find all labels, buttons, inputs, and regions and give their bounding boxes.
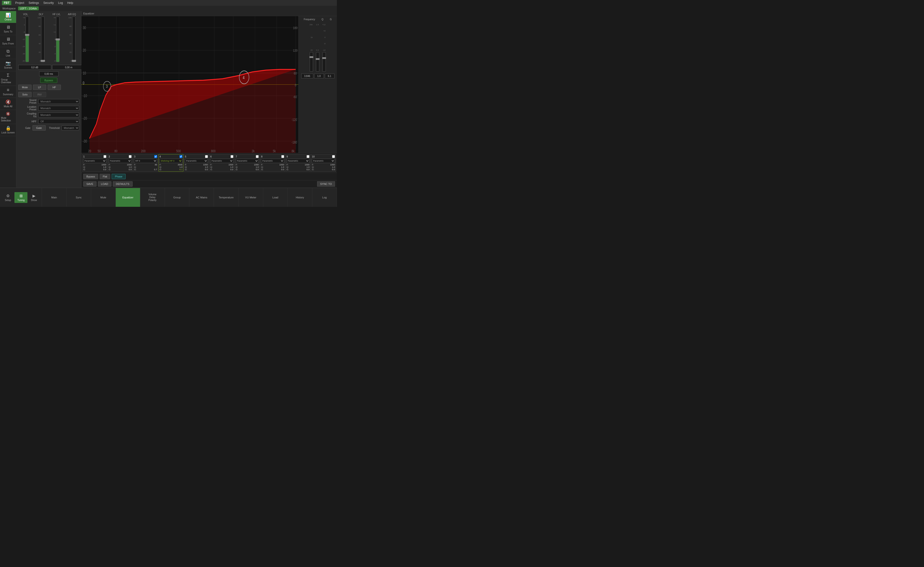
vol-thumb[interactable] bbox=[25, 34, 29, 36]
menu-security[interactable]: Security bbox=[41, 1, 56, 5]
setup-tab-btn[interactable]: ⚙ Setup bbox=[2, 192, 14, 203]
band-8-type[interactable]: Parametric bbox=[261, 159, 284, 163]
save-button[interactable]: SAVE bbox=[83, 181, 96, 187]
dly-thumb[interactable] bbox=[41, 60, 45, 62]
defaults-button[interactable]: DEFAULTS bbox=[113, 181, 132, 187]
threshold-select[interactable]: Mismatch bbox=[62, 126, 79, 130]
sidebar-item-mute-all[interactable]: 🔇 Mute All bbox=[0, 98, 16, 110]
sidebar-item-mute-selection[interactable]: 🔇 Mute Selection bbox=[0, 110, 16, 124]
svg-text:80: 80 bbox=[114, 149, 118, 153]
band-10-checkbox[interactable] bbox=[332, 155, 335, 158]
band-4-type[interactable]: Shelving HP II bbox=[159, 159, 183, 163]
band-5-checkbox[interactable] bbox=[205, 155, 208, 158]
nav-tab-history[interactable]: History bbox=[288, 188, 313, 207]
band-9-type[interactable]: Parametric bbox=[287, 159, 310, 163]
nav-tab-mute[interactable]: Mute bbox=[91, 188, 116, 207]
mute-button[interactable]: Mute bbox=[18, 85, 32, 90]
q-value-input[interactable] bbox=[314, 74, 324, 78]
load-button[interactable]: LOAD bbox=[98, 181, 111, 187]
delay-ms-input[interactable] bbox=[39, 71, 59, 76]
vol-value-input[interactable] bbox=[18, 65, 51, 70]
coupling-eq-select[interactable]: Mismatch bbox=[38, 112, 79, 117]
nav-tab-sync[interactable]: Sync bbox=[67, 188, 91, 207]
nav-tab-vu-meter[interactable]: VU Meter bbox=[239, 188, 263, 207]
sidebar-item-live[interactable]: ⧉ Live bbox=[0, 47, 16, 59]
hf-lvl-thumb[interactable] bbox=[56, 39, 60, 40]
menu-help[interactable]: Help bbox=[65, 1, 75, 5]
sidebar-item-sync-from[interactable]: 🖥 Sync From bbox=[0, 35, 16, 47]
sidebar-item-summary[interactable]: ≡ Summary bbox=[0, 86, 16, 98]
right-sliders-row: 20k1k20 1.50.3 bbox=[300, 24, 335, 72]
tuning-tab-btn[interactable]: ⊞ Tuning bbox=[14, 192, 27, 203]
nav-tab-group[interactable]: Group bbox=[165, 188, 189, 207]
band-6-checkbox[interactable] bbox=[230, 155, 233, 158]
bypass-button[interactable]: Bypass bbox=[40, 78, 57, 83]
freq-slider[interactable] bbox=[310, 52, 313, 72]
band-1-type[interactable]: Parametric bbox=[83, 159, 107, 163]
air-eq-thumb[interactable] bbox=[72, 60, 76, 62]
nav-tab-log[interactable]: Log bbox=[313, 188, 337, 207]
band-10-type[interactable]: Parametric bbox=[312, 159, 335, 163]
sync-to-button[interactable]: SYNC TO bbox=[317, 181, 335, 187]
band-6-header: 6 bbox=[210, 155, 233, 158]
sidebar-item-sync-to[interactable]: 🖥 Sync To bbox=[0, 23, 16, 35]
band-3-checkbox[interactable] bbox=[154, 155, 157, 158]
sound-preset-select[interactable]: Mismatch bbox=[38, 99, 79, 104]
band-7-checkbox[interactable] bbox=[256, 155, 259, 158]
dly-value-input[interactable] bbox=[52, 65, 85, 70]
band-9-checkbox[interactable] bbox=[306, 155, 310, 158]
freq-thumb[interactable] bbox=[310, 56, 313, 58]
vol-slider[interactable] bbox=[26, 16, 29, 62]
g-value-input[interactable] bbox=[325, 74, 335, 78]
band-1-header: 1 bbox=[83, 155, 107, 158]
nav-tab-main[interactable]: Main bbox=[42, 188, 66, 207]
nav-tab-load[interactable]: Load bbox=[263, 188, 288, 207]
solo-button[interactable]: Solo bbox=[18, 92, 32, 97]
freq-value-input[interactable] bbox=[301, 74, 313, 78]
sidebar-item-scenes[interactable]: 📷 Scenes bbox=[0, 59, 16, 71]
band-7-type[interactable]: Parametric bbox=[236, 159, 259, 163]
dly-slider[interactable] bbox=[41, 16, 45, 62]
hpf-select[interactable]: Off bbox=[38, 119, 79, 124]
eq-band-6: 6 Parametric F:1000 Q:1.0 G:0.0 bbox=[209, 154, 234, 172]
g-slider[interactable] bbox=[322, 52, 326, 72]
nav-tab-temperature[interactable]: Temperature bbox=[214, 188, 239, 207]
air-eq-slider[interactable] bbox=[72, 16, 75, 62]
band-3-type[interactable]: HP II bbox=[134, 159, 157, 163]
q-thumb[interactable] bbox=[316, 58, 320, 60]
lf-button[interactable]: LF bbox=[33, 85, 46, 90]
band-6-type[interactable]: Parametric bbox=[210, 159, 233, 163]
band-8-checkbox[interactable] bbox=[281, 155, 284, 158]
eq-phase-button[interactable]: Phase bbox=[112, 174, 125, 179]
band-1-checkbox[interactable] bbox=[104, 155, 107, 158]
sidebar-item-online[interactable]: 📊 Online bbox=[0, 11, 16, 23]
active-device-tab[interactable]: LEFT - 1GAdv bbox=[18, 6, 39, 10]
band-4-checkbox[interactable] bbox=[179, 155, 182, 158]
nav-tab-volume-delay-polarity[interactable]: VolumeDelayPolarity bbox=[140, 188, 165, 207]
location-preset-select[interactable]: Mismatch bbox=[38, 106, 79, 111]
band-2-type[interactable]: Parametric bbox=[109, 159, 132, 163]
menu-log[interactable]: Log bbox=[56, 1, 65, 5]
nav-tab-ac-mains[interactable]: AC Mains bbox=[189, 188, 214, 207]
sidebar-label-online: Online bbox=[5, 18, 12, 21]
hf-lvl-slider[interactable] bbox=[56, 16, 59, 62]
band-5-type[interactable]: Parametric bbox=[185, 159, 208, 163]
g-label: G bbox=[330, 18, 332, 21]
sidebar-item-lock-screen[interactable]: 🔒 Lock Screen bbox=[0, 124, 16, 136]
svg-text:20: 20 bbox=[83, 48, 86, 52]
g-thumb[interactable] bbox=[322, 57, 326, 59]
eq-flat-button[interactable]: Flat bbox=[100, 174, 110, 179]
band-2-checkbox[interactable] bbox=[129, 155, 132, 158]
nav-tab-equalizer[interactable]: Equalizer bbox=[116, 188, 140, 207]
hf-button[interactable]: HF bbox=[48, 85, 61, 90]
q-slider[interactable] bbox=[316, 52, 319, 72]
menu-settings[interactable]: Settings bbox=[27, 1, 41, 5]
hf-lvl-scale: +6+4+20-2-4-6 bbox=[53, 16, 56, 62]
menu-project[interactable]: Project bbox=[13, 1, 26, 5]
show-tab-btn[interactable]: ▶ Show bbox=[28, 192, 40, 203]
sidebar-item-group-overview[interactable]: Σ Group Overview bbox=[0, 71, 16, 86]
gate-button[interactable]: Gate bbox=[33, 125, 46, 130]
band-4-header: 4 bbox=[159, 155, 183, 158]
eq-bypass-button[interactable]: Bypass bbox=[83, 174, 98, 179]
inv-button[interactable]: INV bbox=[33, 92, 46, 97]
